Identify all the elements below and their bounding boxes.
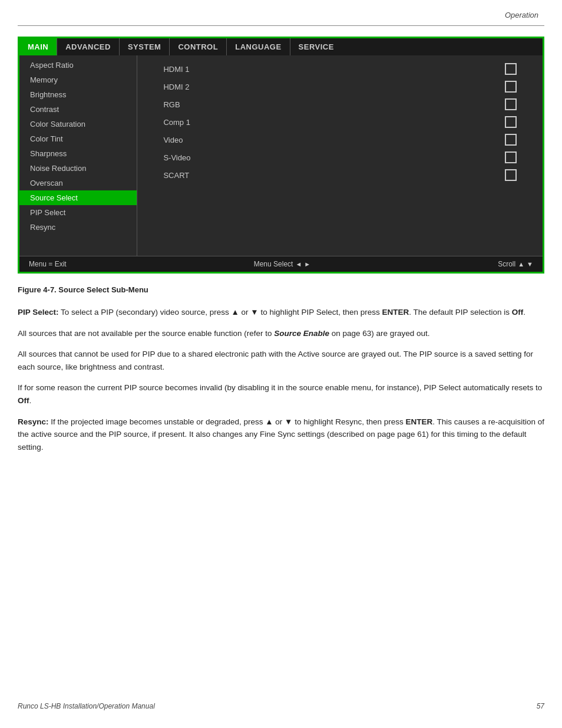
page-footer: Runco LS-HB Installation/Operation Manua… bbox=[18, 702, 544, 710]
osd-content: HDMI 1 HDMI 2 RGB Comp 1 Video S-Video bbox=[137, 55, 543, 256]
menu-item-contrast[interactable]: Contrast bbox=[19, 102, 137, 117]
footer-left: Runco LS-HB Installation/Operation Manua… bbox=[18, 702, 155, 710]
checkbox-hdmi1[interactable] bbox=[505, 63, 517, 75]
figure-caption: Figure 4-7. Source Select Sub-Menu bbox=[18, 285, 544, 294]
menu-item-pip-select[interactable]: PIP Select bbox=[19, 205, 137, 220]
source-row-video: Video bbox=[157, 131, 522, 149]
menu-item-resync[interactable]: Resync bbox=[19, 220, 137, 235]
pip-select-label: PIP Select: bbox=[18, 308, 59, 317]
checkbox-hdmi2[interactable] bbox=[505, 81, 517, 93]
source-row-comp1: Comp 1 bbox=[157, 113, 522, 131]
resync-paragraph: Resync: If the projected image becomes u… bbox=[18, 416, 544, 454]
source-row-rgb: RGB bbox=[157, 95, 522, 113]
osd-body: Aspect Ratio Memory Brightness Contrast … bbox=[19, 55, 543, 256]
checkbox-video[interactable] bbox=[505, 134, 517, 146]
menu-item-sharpness[interactable]: Sharpness bbox=[19, 146, 137, 161]
source-row-svideo: S-Video bbox=[157, 149, 522, 166]
checkbox-svideo[interactable] bbox=[505, 151, 517, 163]
checkbox-scart[interactable] bbox=[505, 169, 517, 181]
paragraph-pip-grayed: All sources that cannot be used for PIP … bbox=[18, 348, 544, 373]
osd-footer: Menu = Exit Menu Select ◄ ► Scroll ▲ ▼ bbox=[19, 256, 543, 272]
tab-language[interactable]: LANGUAGE bbox=[227, 38, 290, 55]
menu-item-color-saturation[interactable]: Color Saturation bbox=[19, 117, 137, 131]
arrow-down-icon: ▼ bbox=[527, 261, 533, 268]
tab-service[interactable]: SERVICE bbox=[290, 38, 342, 55]
osd-sidebar: Aspect Ratio Memory Brightness Contrast … bbox=[19, 55, 137, 256]
tab-control[interactable]: CONTROL bbox=[170, 38, 227, 55]
menu-item-source-select[interactable]: Source Select bbox=[19, 190, 137, 205]
source-row-hdmi1: HDMI 1 bbox=[157, 60, 522, 78]
arrow-up-icon: ▲ bbox=[518, 261, 524, 268]
source-row-scart: SCART bbox=[157, 166, 522, 184]
checkbox-rgb[interactable] bbox=[505, 98, 517, 110]
menu-item-noise-reduction[interactable]: Noise Reduction bbox=[19, 161, 137, 176]
footer-nav-scroll: Scroll ▲ ▼ bbox=[498, 260, 533, 268]
resync-label: Resync: bbox=[18, 417, 49, 426]
paragraph-pip-invalid: If for some reason the current PIP sourc… bbox=[18, 381, 544, 407]
menu-item-aspect-ratio[interactable]: Aspect Ratio bbox=[19, 58, 137, 73]
top-rule bbox=[18, 25, 544, 26]
footer-right: 57 bbox=[537, 702, 544, 710]
osd-menu: MAIN ADVANCED SYSTEM CONTROL LANGUAGE SE… bbox=[18, 37, 544, 274]
menu-item-brightness[interactable]: Brightness bbox=[19, 87, 137, 102]
menu-item-memory[interactable]: Memory bbox=[19, 73, 137, 87]
checkbox-comp1[interactable] bbox=[505, 116, 517, 128]
menu-item-overscan[interactable]: Overscan bbox=[19, 176, 137, 190]
paragraph-source-enable: All sources that are not available per t… bbox=[18, 327, 544, 340]
arrow-left-icon: ◄ bbox=[295, 261, 302, 268]
source-row-hdmi2: HDMI 2 bbox=[157, 78, 522, 95]
menu-item-color-tint[interactable]: Color Tint bbox=[19, 131, 137, 146]
tab-advanced[interactable]: ADVANCED bbox=[57, 38, 120, 55]
footer-nav-select: Menu Select ◄ ► bbox=[254, 260, 310, 268]
page-header: Operation bbox=[0, 0, 562, 25]
tab-main[interactable]: MAIN bbox=[19, 38, 57, 55]
footer-exit: Menu = Exit bbox=[29, 260, 67, 268]
arrow-right-icon: ► bbox=[304, 261, 310, 268]
tab-system[interactable]: SYSTEM bbox=[120, 38, 170, 55]
pip-select-paragraph: PIP Select: To select a PIP (secondary) … bbox=[18, 306, 544, 319]
tab-bar: MAIN ADVANCED SYSTEM CONTROL LANGUAGE SE… bbox=[19, 38, 543, 55]
